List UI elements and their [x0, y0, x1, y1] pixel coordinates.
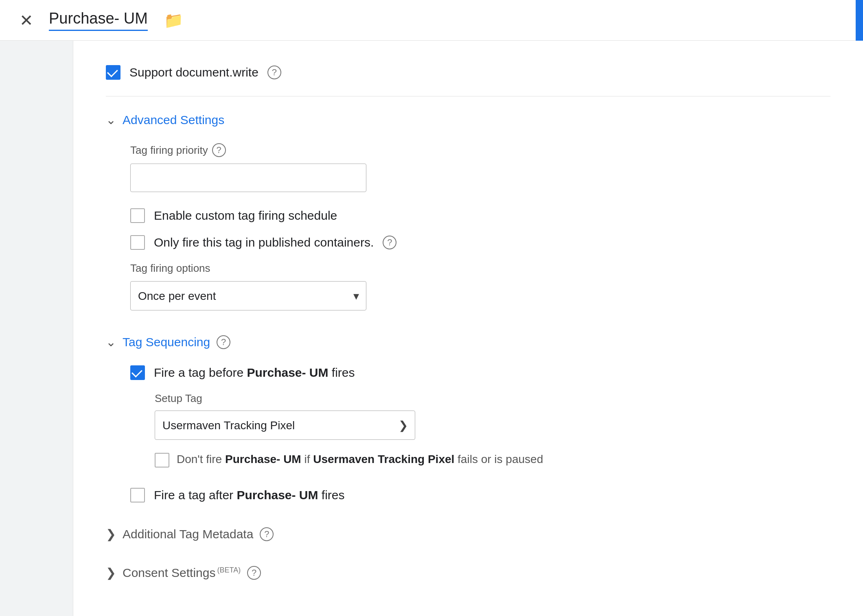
consent-settings-header: ❯ Consent Settings(BETA) ? [106, 566, 830, 580]
tag-sequencing-section: ⌄ Tag Sequencing ? Fire a tag before Pur… [106, 335, 830, 502]
dont-fire-checkbox[interactable] [155, 453, 169, 467]
support-doc-write-checkbox[interactable] [106, 65, 120, 80]
only-fire-published-checkbox[interactable] [130, 235, 145, 250]
tag-sequencing-header: ⌄ Tag Sequencing ? [106, 335, 830, 349]
tag-sequencing-title: Tag Sequencing [123, 335, 210, 349]
only-fire-published-row: Only fire this tag in published containe… [130, 235, 830, 250]
advanced-settings-title: Advanced Settings [123, 113, 224, 127]
fire-before-row: Fire a tag before Purchase- UM fires [130, 365, 830, 380]
tag-firing-priority-help-icon[interactable]: ? [212, 143, 226, 157]
tag-sequencing-chevron-icon[interactable]: ⌄ [106, 335, 116, 349]
main-layout: Support document.write ? ⌄ Advanced Sett… [0, 41, 863, 616]
enable-custom-schedule-row: Enable custom tag firing schedule [130, 208, 830, 223]
sidebar [0, 41, 73, 616]
tag-firing-priority-label: Tag firing priority ? [130, 143, 830, 157]
consent-settings-help-icon[interactable]: ? [247, 566, 261, 580]
folder-icon: 📁 [164, 11, 183, 29]
tag-firing-priority-input[interactable] [130, 164, 366, 192]
advanced-settings-header: ⌄ Advanced Settings [106, 113, 830, 127]
consent-settings-beta-badge: (BETA) [217, 566, 241, 574]
setup-tag-container: Setup Tag Usermaven Tracking Pixel ❯ Don… [130, 392, 830, 467]
consent-settings-chevron-icon[interactable]: ❯ [106, 566, 116, 580]
section-divider-1 [106, 96, 830, 96]
content-area: Support document.write ? ⌄ Advanced Sett… [73, 41, 863, 616]
fire-after-row: Fire a tag after Purchase- UM fires [130, 488, 830, 502]
support-doc-write-row: Support document.write ? [106, 65, 830, 80]
advanced-settings-content: Tag firing priority ? Enable custom tag … [106, 143, 830, 310]
enable-custom-schedule-checkbox[interactable] [130, 208, 145, 223]
additional-tag-metadata-section: ❯ Additional Tag Metadata ? [106, 527, 830, 541]
additional-tag-metadata-header: ❯ Additional Tag Metadata ? [106, 527, 830, 541]
additional-tag-metadata-title: Additional Tag Metadata [123, 527, 253, 541]
tag-sequencing-help-icon[interactable]: ? [217, 335, 230, 349]
only-fire-published-help-icon[interactable]: ? [383, 236, 396, 249]
tag-firing-options-dropdown-wrapper: Once per event Unlimited Once per page ▾ [130, 281, 366, 310]
fire-before-checkbox[interactable] [130, 365, 145, 380]
enable-custom-schedule-label: Enable custom tag firing schedule [154, 209, 337, 223]
setup-tag-label: Setup Tag [155, 392, 830, 405]
support-doc-write-help-icon[interactable]: ? [267, 66, 281, 79]
dont-fire-row: Don't fire Purchase- UM if Usermaven Tra… [155, 451, 830, 467]
close-icon[interactable]: ✕ [16, 10, 37, 31]
page-title: Purchase- UM [49, 10, 148, 31]
dont-fire-label: Don't fire Purchase- UM if Usermaven Tra… [177, 451, 830, 467]
blue-accent-bar [856, 0, 863, 41]
fire-before-label: Fire a tag before Purchase- UM fires [154, 366, 355, 380]
setup-tag-select[interactable]: Usermaven Tracking Pixel [155, 411, 415, 440]
setup-tag-select-wrapper: Usermaven Tracking Pixel ❯ [155, 411, 415, 440]
additional-tag-metadata-help-icon[interactable]: ? [260, 527, 274, 541]
tag-firing-options-container: Tag firing options Once per event Unlimi… [130, 262, 830, 310]
tag-firing-options-select[interactable]: Once per event Unlimited Once per page [130, 281, 366, 310]
consent-settings-title: Consent Settings(BETA) [123, 566, 241, 580]
fire-after-label: Fire a tag after Purchase- UM fires [154, 488, 345, 502]
fire-after-checkbox[interactable] [130, 488, 145, 502]
tag-firing-options-label: Tag firing options [130, 262, 830, 275]
additional-tag-metadata-chevron-icon[interactable]: ❯ [106, 527, 116, 541]
tag-sequencing-content: Fire a tag before Purchase- UM fires Set… [106, 365, 830, 502]
only-fire-published-label: Only fire this tag in published containe… [154, 236, 374, 249]
consent-settings-section: ❯ Consent Settings(BETA) ? [106, 566, 830, 580]
advanced-settings-chevron-icon[interactable]: ⌄ [106, 113, 116, 127]
support-doc-write-label: Support document.write [129, 66, 258, 79]
title-bar: ✕ Purchase- UM 📁 [0, 0, 863, 41]
